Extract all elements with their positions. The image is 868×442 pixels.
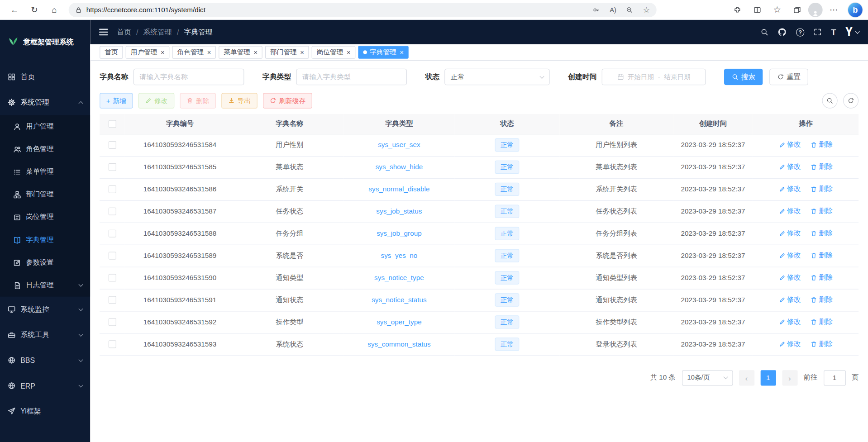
row-delete-button[interactable]: 删除 bbox=[811, 273, 833, 282]
page-number-button[interactable]: 1 bbox=[760, 370, 776, 385]
more-icon[interactable]: ⋯ bbox=[825, 2, 843, 17]
sidebar-item-system-tools[interactable]: 系统工具 bbox=[0, 322, 90, 347]
sidebar-item-menu-management[interactable]: 菜单管理 bbox=[0, 161, 90, 183]
split-screen-icon[interactable] bbox=[749, 2, 766, 17]
dict-type-link[interactable]: sys_yes_no bbox=[381, 252, 418, 260]
search-icon[interactable] bbox=[761, 28, 768, 36]
date-range-picker[interactable]: 开始日期 - 结束日期 bbox=[602, 69, 706, 86]
tab-dict-management[interactable]: 字典管理× bbox=[358, 46, 409, 59]
row-delete-button[interactable]: 删除 bbox=[811, 162, 833, 172]
tab-menu-management[interactable]: 菜单管理× bbox=[219, 46, 262, 59]
row-checkbox[interactable] bbox=[108, 208, 116, 215]
refresh-cache-button[interactable]: 刷新缓存 bbox=[263, 93, 312, 108]
page-size-select[interactable]: 10条/页 bbox=[682, 370, 733, 385]
row-delete-button[interactable]: 删除 bbox=[811, 207, 833, 216]
row-delete-button[interactable]: 删除 bbox=[811, 295, 833, 304]
sidebar-item-user-management[interactable]: 用户管理 bbox=[0, 115, 90, 138]
row-delete-button[interactable]: 删除 bbox=[811, 317, 833, 327]
search-button[interactable]: 搜索 bbox=[724, 69, 763, 86]
zoom-icon[interactable] bbox=[626, 6, 633, 13]
dict-type-link[interactable]: sys_job_status bbox=[376, 208, 422, 215]
row-delete-button[interactable]: 删除 bbox=[811, 228, 833, 238]
row-edit-button[interactable]: 修改 bbox=[779, 162, 801, 172]
row-edit-button[interactable]: 修改 bbox=[779, 295, 801, 304]
close-icon[interactable]: × bbox=[300, 49, 304, 56]
back-icon[interactable]: ← bbox=[5, 2, 23, 17]
row-edit-button[interactable]: 修改 bbox=[779, 251, 801, 260]
row-delete-button[interactable]: 删除 bbox=[811, 140, 833, 150]
row-checkbox[interactable] bbox=[108, 318, 116, 326]
sidebar-item-system-monitor[interactable]: 系统监控 bbox=[0, 297, 90, 322]
sidebar-item-log-management[interactable]: 日志管理 bbox=[0, 274, 90, 296]
row-edit-button[interactable]: 修改 bbox=[779, 273, 801, 282]
dict-type-link[interactable]: sys_common_status bbox=[367, 340, 430, 348]
github-icon[interactable] bbox=[778, 28, 787, 37]
add-button[interactable]: + 新增 bbox=[100, 93, 133, 108]
export-button[interactable]: 导出 bbox=[221, 93, 258, 108]
home-icon[interactable]: ⌂ bbox=[45, 2, 63, 17]
table-refresh-button[interactable] bbox=[843, 93, 858, 108]
row-checkbox[interactable] bbox=[108, 341, 116, 348]
dict-name-input[interactable] bbox=[134, 69, 244, 86]
next-page-button[interactable]: › bbox=[782, 370, 797, 385]
copilot-bing-icon[interactable]: b bbox=[848, 3, 863, 17]
row-edit-button[interactable]: 修改 bbox=[779, 317, 801, 327]
row-checkbox[interactable] bbox=[108, 230, 116, 238]
fullscreen-icon[interactable] bbox=[814, 28, 821, 36]
delete-button[interactable]: 删除 bbox=[180, 93, 216, 108]
row-edit-button[interactable]: 修改 bbox=[779, 228, 801, 238]
profile-avatar[interactable] bbox=[808, 3, 823, 17]
row-edit-button[interactable]: 修改 bbox=[779, 185, 801, 194]
sidebar-item-yi-framework[interactable]: Yi框架 bbox=[0, 399, 90, 424]
status-select[interactable]: 正常 bbox=[444, 69, 549, 86]
favorites-icon[interactable]: ☆ bbox=[768, 2, 786, 17]
tab-dept-management[interactable]: 部门管理× bbox=[265, 46, 309, 59]
edit-button[interactable]: 修改 bbox=[138, 93, 175, 108]
menu-fold-icon[interactable] bbox=[99, 29, 108, 36]
collections-icon[interactable] bbox=[788, 2, 806, 17]
dict-type-link[interactable]: sys_notice_type bbox=[374, 274, 424, 281]
dict-type-link[interactable]: sys_notice_status bbox=[372, 296, 427, 304]
table-search-toggle[interactable] bbox=[822, 93, 837, 108]
tab-home[interactable]: 首页 bbox=[100, 46, 123, 59]
row-delete-button[interactable]: 删除 bbox=[811, 185, 833, 194]
sidebar-item-dept-management[interactable]: 部门管理 bbox=[0, 183, 90, 206]
sidebar-item-erp[interactable]: ERP bbox=[0, 373, 90, 398]
sidebar-item-role-management[interactable]: 角色管理 bbox=[0, 138, 90, 161]
row-edit-button[interactable]: 修改 bbox=[779, 140, 801, 150]
close-icon[interactable]: × bbox=[400, 49, 404, 56]
extensions-icon[interactable] bbox=[729, 2, 746, 17]
sidebar-item-home[interactable]: 首页 bbox=[0, 64, 90, 90]
favorites-add-icon[interactable]: ☆ bbox=[643, 5, 650, 14]
close-icon[interactable]: × bbox=[207, 49, 211, 56]
help-icon[interactable]: ? bbox=[796, 28, 804, 36]
user-brand-dropdown[interactable]: Y bbox=[845, 25, 859, 38]
dict-type-link[interactable]: sys_normal_disable bbox=[368, 185, 429, 193]
sidebar-item-post-management[interactable]: 岗位管理 bbox=[0, 206, 90, 228]
breadcrumb-system[interactable]: 系统管理 bbox=[143, 27, 172, 37]
row-checkbox[interactable] bbox=[108, 185, 116, 193]
dict-type-link[interactable]: sys_oper_type bbox=[377, 318, 421, 326]
dict-type-link[interactable]: sys_show_hide bbox=[376, 163, 423, 171]
row-checkbox[interactable] bbox=[108, 163, 116, 171]
dict-type-input[interactable] bbox=[296, 69, 407, 86]
app-logo[interactable]: 意框架管理系统 bbox=[0, 20, 90, 64]
url-text[interactable]: https://ccnetcore.com:1101/system/dict bbox=[86, 6, 583, 14]
breadcrumb-home[interactable]: 首页 bbox=[117, 27, 131, 37]
close-icon[interactable]: × bbox=[253, 49, 258, 56]
password-key-icon[interactable] bbox=[593, 6, 600, 13]
select-all-checkbox[interactable] bbox=[108, 120, 116, 128]
row-delete-button[interactable]: 删除 bbox=[811, 251, 833, 260]
tab-role-management[interactable]: 角色管理× bbox=[172, 46, 216, 59]
row-checkbox[interactable] bbox=[108, 274, 116, 282]
sidebar-item-dict-management[interactable]: 字典管理 bbox=[0, 228, 90, 251]
tab-post-management[interactable]: 岗位管理× bbox=[312, 46, 356, 59]
read-aloud-icon[interactable]: A) bbox=[610, 6, 616, 14]
close-icon[interactable]: × bbox=[347, 49, 351, 56]
row-edit-button[interactable]: 修改 bbox=[779, 207, 801, 216]
row-edit-button[interactable]: 修改 bbox=[779, 339, 801, 349]
font-size-icon[interactable]: T bbox=[831, 28, 836, 37]
row-delete-button[interactable]: 删除 bbox=[811, 339, 833, 349]
refresh-icon[interactable]: ↻ bbox=[25, 2, 43, 17]
address-bar[interactable]: https://ccnetcore.com:1101/system/dict A… bbox=[69, 3, 657, 17]
